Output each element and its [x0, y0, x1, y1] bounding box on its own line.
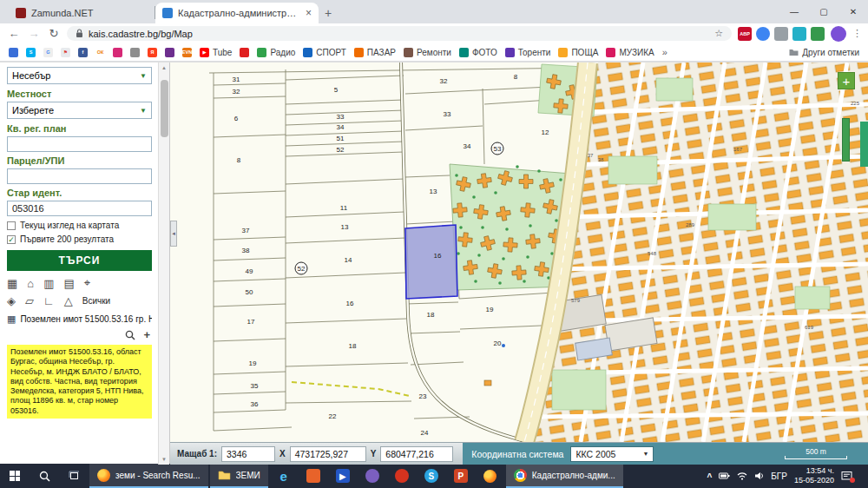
- start-button[interactable]: [0, 464, 30, 488]
- address-search-icon[interactable]: ⌂: [27, 277, 34, 290]
- tray-expand-icon[interactable]: ^: [707, 472, 712, 482]
- bookmark-item[interactable]: EVN: [182, 48, 192, 57]
- alert-app-icon-button[interactable]: [387, 464, 417, 488]
- viber-icon-button[interactable]: [358, 464, 387, 488]
- window-close-button[interactable]: ✕: [838, 7, 868, 16]
- zoom-in-button[interactable]: +: [838, 72, 855, 89]
- zoom-slider[interactable]: [842, 118, 850, 162]
- other-bookmarks-button[interactable]: Други отметки: [789, 48, 859, 57]
- action-center-button[interactable]: [841, 471, 852, 481]
- mail-app-icon-button[interactable]: S: [417, 464, 446, 488]
- area-tool-icon[interactable]: ▱: [25, 294, 34, 307]
- scrollbar-thumb[interactable]: [161, 80, 168, 137]
- cadastral-map[interactable]: [170, 63, 868, 442]
- window-maximize-button[interactable]: ▢: [809, 7, 838, 16]
- window-minimize-button[interactable]: —: [779, 7, 809, 16]
- browser-menu-icon[interactable]: ⋮: [852, 28, 861, 39]
- district-search-icon[interactable]: ▤: [63, 277, 74, 290]
- kvreg-input[interactable]: [7, 136, 152, 152]
- first-200-checkbox[interactable]: ✓: [7, 235, 16, 244]
- all-filter-link[interactable]: Всички: [82, 296, 110, 306]
- bookmark-item[interactable]: МУЗИКА: [606, 48, 654, 57]
- edge-icon-button[interactable]: e: [269, 464, 299, 488]
- locality-select[interactable]: Изберете ▼: [7, 102, 152, 119]
- movies-app-icon-button[interactable]: ▶: [328, 464, 358, 488]
- folder-icon: [218, 470, 231, 480]
- bookmark-item[interactable]: ПОЩА: [558, 48, 598, 57]
- bookmark-item[interactable]: Ремонти: [404, 48, 451, 57]
- angle-tool-icon[interactable]: ∟: [43, 294, 55, 307]
- address-omnibox[interactable]: kais.cadastre.bg/bg/Map ☆: [67, 26, 732, 41]
- taskbar-app-folder[interactable]: ЗЕМИ: [210, 464, 268, 488]
- bookmark-item[interactable]: [130, 48, 140, 57]
- profile-avatar[interactable]: [831, 26, 846, 42]
- panel-collapse-icon[interactable]: ◂: [170, 221, 177, 247]
- taskbar-search-button[interactable]: [30, 464, 59, 488]
- shield-ext-icon[interactable]: [811, 27, 825, 41]
- add-result-icon[interactable]: +: [143, 330, 150, 340]
- bookmarks-overflow-icon[interactable]: »: [662, 47, 667, 57]
- store-app-icon-button[interactable]: [299, 464, 328, 488]
- bookmark-item[interactable]: [165, 48, 174, 57]
- scale-input[interactable]: 3346: [221, 446, 275, 462]
- bookmark-item[interactable]: [240, 48, 249, 57]
- battery-icon[interactable]: [719, 472, 730, 479]
- bookmark-star-icon[interactable]: ☆: [714, 28, 723, 39]
- search-result-item[interactable]: ▦ Поземлен имот 51500.53.16 гр. Не: [7, 313, 152, 325]
- bookmark-item[interactable]: Радио: [257, 48, 295, 57]
- point-search-icon[interactable]: ⌖: [84, 276, 90, 290]
- bookmark-item[interactable]: ⚑: [61, 48, 70, 57]
- search-button[interactable]: ТЪРСИ: [7, 250, 152, 271]
- cast-ext-icon[interactable]: [792, 27, 806, 41]
- refresh-button[interactable]: ↻: [47, 23, 61, 43]
- settlement-select[interactable]: Несебър ▼: [7, 67, 152, 84]
- bookmark-item[interactable]: СПОРТ: [303, 48, 346, 57]
- scroll-down-icon[interactable]: ▼: [161, 454, 167, 465]
- y-coordinate-input[interactable]: 680477,216: [380, 446, 453, 462]
- taskbar-app-search-window[interactable]: земи - Search Resu...: [89, 464, 208, 488]
- x-coordinate-input[interactable]: 4731725,927: [290, 446, 366, 462]
- bookmark-item[interactable]: ▶Tube: [200, 48, 232, 57]
- forward-button[interactable]: →: [27, 23, 41, 43]
- translate-ext-icon[interactable]: [756, 27, 770, 41]
- sidebar-scrollbar[interactable]: ▲ ▼: [158, 63, 169, 465]
- grid-search-icon[interactable]: ▦: [7, 277, 17, 290]
- wifi-icon[interactable]: [737, 472, 747, 480]
- tab-close-icon[interactable]: ×: [306, 7, 312, 19]
- building-search-icon[interactable]: ▥: [43, 277, 54, 290]
- scroll-up-icon[interactable]: ▲: [161, 63, 167, 73]
- bookmark-item[interactable]: [9, 48, 18, 57]
- powerpoint-icon-button[interactable]: P: [446, 464, 476, 488]
- taskbar-app-chrome[interactable]: Кадастрално-адми...: [506, 464, 623, 488]
- bookmark-item[interactable]: Торенти: [505, 48, 551, 57]
- new-tab-button[interactable]: +: [319, 3, 338, 23]
- parcel-label: Парцел/УПИ: [7, 155, 152, 166]
- bookmark-item[interactable]: ФОТО: [459, 48, 497, 57]
- bookmark-item[interactable]: ОК: [95, 48, 105, 57]
- taskbar-clock[interactable]: 13:54 ч. 15-05-2020: [794, 466, 834, 485]
- volume-icon[interactable]: [754, 472, 764, 480]
- system-tray: ^ БГР 13:54 ч. 15-05-2020: [701, 464, 868, 488]
- old-ident-input[interactable]: 053016: [7, 201, 152, 216]
- current-view-checkbox[interactable]: [7, 221, 16, 230]
- language-indicator[interactable]: БГР: [771, 472, 787, 481]
- parcel-input[interactable]: [7, 168, 152, 184]
- bookmark-item[interactable]: ПАЗАР: [354, 48, 396, 57]
- gray-ext-icon[interactable]: [774, 27, 788, 41]
- diamond-tool-icon[interactable]: ◈: [7, 294, 16, 307]
- bookmark-item[interactable]: G: [43, 48, 53, 57]
- bookmark-item[interactable]: S: [26, 48, 36, 57]
- bookmark-item[interactable]: Я: [148, 48, 157, 57]
- coordinate-system-select[interactable]: ККС 2005 ▼: [570, 446, 654, 462]
- firefox-pinned-button[interactable]: [476, 464, 505, 488]
- bookmark-item[interactable]: f: [78, 48, 88, 57]
- back-button[interactable]: ←: [7, 23, 21, 43]
- task-view-button[interactable]: [59, 464, 89, 488]
- bookmark-item[interactable]: [113, 48, 122, 57]
- browser-tab-zamunda[interactable]: Zamunda.NET: [9, 3, 155, 23]
- adblock-icon[interactable]: ABP: [738, 27, 752, 41]
- zoom-to-result-icon[interactable]: [125, 330, 135, 340]
- polygon-tool-icon[interactable]: △: [64, 294, 73, 307]
- coordinate-system-section: Координатна система ККС 2005 ▼ 500 m: [463, 443, 868, 465]
- browser-tab-cadastre[interactable]: Кадастрално-административна ×: [155, 3, 319, 23]
